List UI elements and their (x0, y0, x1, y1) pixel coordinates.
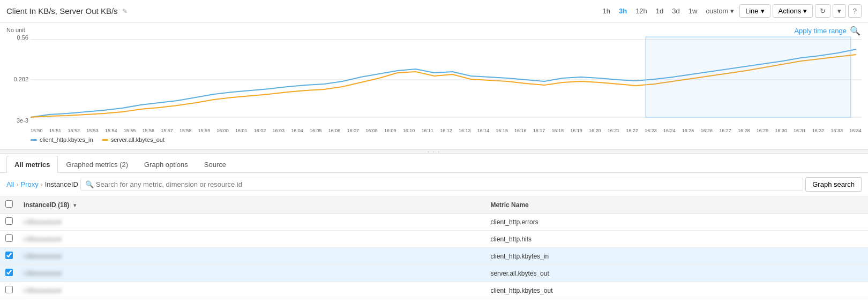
actions-arrow: ▾ (803, 7, 807, 15)
row-checkbox-3[interactable] (5, 269, 13, 276)
search-icon: 🔍 (85, 180, 94, 188)
row-instance: i-00xxxxxxxxi (18, 282, 485, 299)
chart-container: 0.56 0.282 3e-3 15:50 15:51 15:52 (6, 34, 862, 134)
edit-icon[interactable]: ✎ (122, 7, 128, 15)
x-tick: 15:55 (124, 128, 136, 133)
x-tick: 15:52 (68, 128, 80, 133)
row-checkbox-1[interactable] (5, 234, 13, 242)
metrics-table: InstanceID (18) ▾ Metric Name i-00xxxxxx… (0, 196, 868, 299)
x-tick: 16:15 (496, 128, 508, 133)
col-instance-label: InstanceID (18) (24, 201, 69, 209)
x-tick: 16:00 (216, 128, 229, 133)
x-tick: 16:28 (738, 128, 750, 133)
table-row: i-00xxxxxxxxiclient_http.hits (0, 231, 868, 248)
legend-label-server: server.all.kbytes_out (111, 136, 164, 143)
chart-svg (31, 34, 862, 125)
x-tick: 16:21 (608, 128, 620, 133)
tab-graph-options[interactable]: Graph options (136, 156, 196, 173)
legend-item-server: server.all.kbytes_out (102, 136, 164, 143)
tab-graphed-metrics[interactable]: Graphed metrics (2) (58, 156, 136, 173)
x-tick: 16:13 (459, 128, 471, 133)
time-btn-3d[interactable]: 3d (669, 5, 683, 17)
filter-row: All › Proxy › InstanceID 🔍 Graph search (0, 173, 868, 196)
x-tick: 16:17 (533, 128, 545, 133)
x-tick: 16:02 (254, 128, 266, 133)
row-instance: i-00xxxxxxxxi (18, 214, 485, 231)
breadcrumb-instanceid: InstanceID (45, 180, 78, 188)
x-tick: 16:14 (477, 128, 490, 133)
legend-item-client: client_http.kbytes_in (31, 136, 93, 143)
apply-time-range-link[interactable]: Apply time range (794, 27, 847, 35)
x-tick: 16:23 (645, 128, 657, 133)
y-axis-label: No unit (6, 27, 862, 33)
row-instance: i-00xxxxxxxxi (18, 265, 485, 282)
dropdown-arrow: ▾ (761, 7, 765, 15)
resize-divider[interactable]: · · · (0, 149, 868, 154)
chart-type-dropdown[interactable]: Line ▾ (739, 4, 770, 18)
x-tick: 16:29 (757, 128, 769, 133)
legend-color-server (102, 139, 108, 141)
row-checkbox-cell (0, 214, 18, 231)
actions-button[interactable]: Actions ▾ (773, 4, 813, 18)
y-tick-high: 0.56 (17, 34, 28, 41)
x-tick: 15:53 (86, 128, 99, 133)
row-instance: i-00xxxxxxxxi (18, 248, 485, 265)
tab-source[interactable]: Source (196, 156, 234, 173)
row-metric: client_http.errors (485, 214, 868, 231)
x-tick: 16:22 (626, 128, 639, 133)
time-btn-custom[interactable]: custom ▾ (702, 5, 737, 17)
row-checkbox-0[interactable] (5, 217, 13, 225)
time-btn-12h[interactable]: 12h (632, 5, 650, 17)
sort-icon[interactable]: ▾ (73, 202, 76, 208)
x-tick: 16:01 (235, 128, 248, 133)
refresh-button[interactable]: ↻ (815, 4, 830, 18)
x-tick: 16:04 (291, 128, 303, 133)
time-btn-1h[interactable]: 1h (600, 5, 613, 17)
time-btn-3h[interactable]: 3h (616, 5, 630, 17)
table-row: i-00xxxxxxxxiclient_http.kbytes_in (0, 248, 868, 265)
select-all-header (0, 196, 18, 214)
table-row: i-00xxxxxxxxiserver.all.kbytes_out (0, 265, 868, 282)
help-button[interactable]: ? (848, 4, 862, 18)
y-tick-mid: 0.282 (13, 76, 28, 82)
x-tick: 16:09 (384, 128, 396, 133)
time-btn-1w[interactable]: 1w (685, 5, 701, 17)
page-title: Client In KB/s, Server Out KB/s (6, 6, 118, 16)
more-options-button[interactable]: ▾ (833, 4, 846, 18)
search-box: 🔍 (80, 178, 803, 191)
select-all-checkbox[interactable] (5, 200, 13, 208)
actions-label: Actions (779, 7, 802, 15)
chart-area: Apply time range 🔍 No unit 0.56 0.282 3e… (0, 22, 868, 145)
col-header-instance: InstanceID (18) ▾ (18, 196, 485, 214)
divider-dots: · · · (428, 149, 440, 155)
table-row: i-00xxxxxxxxiclient_http.errors (0, 214, 868, 231)
table-row: i-00xxxxxxxxiclient_http.kbytes_out (0, 282, 868, 299)
x-tick: 16:31 (794, 128, 806, 133)
tab-all-metrics[interactable]: All metrics (6, 156, 58, 173)
time-btn-1d[interactable]: 1d (653, 5, 667, 17)
x-tick: 16:20 (589, 128, 601, 133)
row-checkbox-4[interactable] (5, 286, 13, 293)
page-header: Client In KB/s, Server Out KB/s ✎ 1h 3h … (0, 0, 868, 22)
row-checkbox-2[interactable] (5, 252, 13, 259)
x-tick: 15:51 (49, 128, 62, 133)
breadcrumb-all[interactable]: All (6, 180, 14, 188)
x-tick: 15:57 (161, 128, 173, 133)
col-header-metric: Metric Name (485, 196, 868, 214)
breadcrumb-proxy[interactable]: Proxy (20, 180, 38, 188)
x-tick: 15:54 (105, 128, 117, 133)
chart-type-label: Line (745, 7, 759, 15)
table-body: i-00xxxxxxxxiclient_http.errorsi-00xxxxx… (0, 214, 868, 299)
row-metric: client_http.hits (485, 231, 868, 248)
y-axis: 0.56 0.282 3e-3 (6, 34, 31, 134)
row-metric: server.all.kbytes_out (485, 265, 868, 282)
search-input[interactable] (96, 180, 798, 188)
x-tick: 16:10 (403, 128, 415, 133)
x-tick: 16:27 (719, 128, 731, 133)
breadcrumb-sep-1: › (16, 181, 18, 188)
row-checkbox-cell (0, 282, 18, 299)
header-controls: 1h 3h 12h 1d 3d 1w custom ▾ Line ▾ Actio… (600, 4, 862, 18)
graph-search-button[interactable]: Graph search (805, 177, 862, 192)
x-tick: 16:19 (570, 128, 582, 133)
table-header-row: InstanceID (18) ▾ Metric Name (0, 196, 868, 214)
